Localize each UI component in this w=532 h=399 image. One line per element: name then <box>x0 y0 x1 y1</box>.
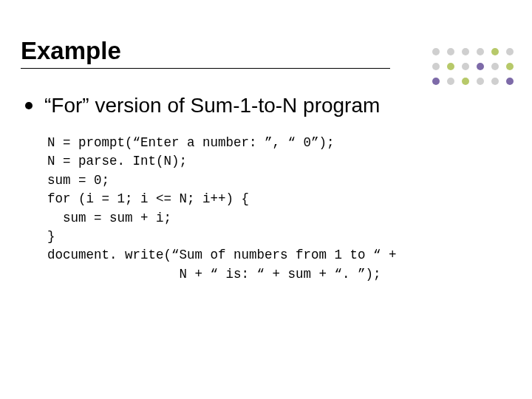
svg-point-7 <box>447 63 454 70</box>
code-block: N = prompt(“Enter a number: ”, “ 0”); N … <box>47 134 511 284</box>
svg-point-15 <box>477 78 484 85</box>
corner-dots-decoration <box>429 44 517 98</box>
svg-point-4 <box>491 48 499 55</box>
title-underline <box>21 68 390 69</box>
svg-point-5 <box>506 48 514 55</box>
svg-point-3 <box>477 48 484 55</box>
code-line: N = parse. Int(N); <box>47 154 187 168</box>
code-line: N + “ is: “ + sum + “. ”); <box>47 267 381 282</box>
svg-point-2 <box>462 48 469 55</box>
svg-point-13 <box>447 78 454 85</box>
code-line: sum = sum + i; <box>47 211 171 225</box>
svg-point-6 <box>432 63 440 70</box>
svg-point-9 <box>477 63 484 70</box>
code-line: for (i = 1; i <= N; i++) { <box>47 191 249 206</box>
svg-point-17 <box>506 78 514 85</box>
slide: Example “For” version of Sum-1-to-N prog… <box>0 0 532 399</box>
svg-point-12 <box>432 78 440 85</box>
code-line: sum = 0; <box>47 173 109 188</box>
svg-point-10 <box>491 63 499 70</box>
code-line: document. write(“Sum of numbers from 1 t… <box>47 248 397 262</box>
svg-point-16 <box>491 78 499 85</box>
bullet-dot-icon <box>25 102 33 109</box>
code-line: } <box>47 229 55 244</box>
svg-point-1 <box>447 48 454 55</box>
svg-point-11 <box>506 63 514 70</box>
svg-point-0 <box>432 48 440 55</box>
code-line: N = prompt(“Enter a number: ”, “ 0”); <box>47 135 335 150</box>
svg-point-8 <box>462 63 469 70</box>
bullet-text: “For” version of Sum-1-to-N program <box>44 94 380 117</box>
svg-point-14 <box>462 78 469 85</box>
